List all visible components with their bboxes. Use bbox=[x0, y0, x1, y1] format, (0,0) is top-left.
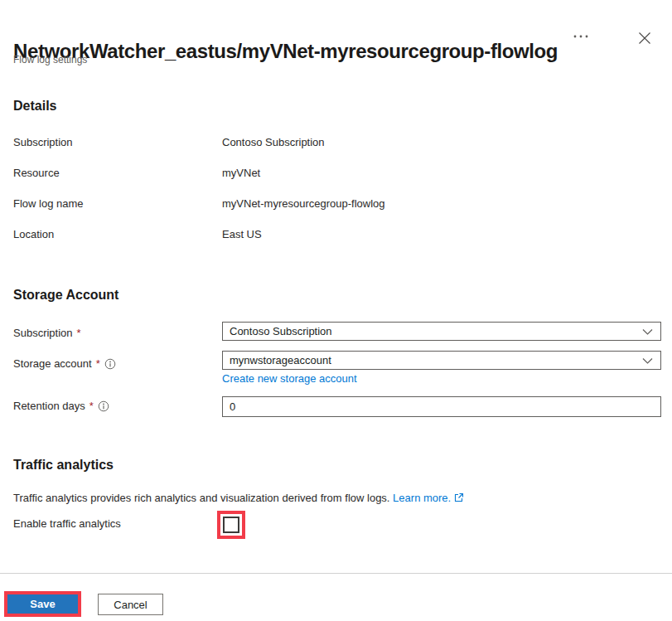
detail-label-flow-log-name: Flow log name bbox=[13, 197, 84, 210]
detail-value-resource: myVNet bbox=[222, 167, 260, 179]
page-subtitle: Flow log settings bbox=[13, 54, 87, 65]
detail-label-subscription: Subscription bbox=[13, 136, 73, 148]
chevron-down-icon bbox=[642, 328, 653, 336]
storage-account-select-value: mynwstorageaccount bbox=[230, 354, 331, 366]
retention-days-input[interactable] bbox=[222, 396, 661, 417]
close-button[interactable] bbox=[636, 30, 653, 46]
required-marker: * bbox=[77, 327, 81, 339]
footer-divider bbox=[0, 573, 672, 574]
traffic-analytics-heading: Traffic analytics bbox=[13, 458, 114, 473]
detail-value-flow-log-name: myVNet-myresourcegroup-flowlog bbox=[222, 197, 385, 210]
page-title: NetworkWatcher_eastus/myVNet-myresourceg… bbox=[13, 40, 558, 63]
detail-label-resource: Resource bbox=[13, 167, 60, 179]
detail-value-location: East US bbox=[222, 228, 262, 240]
storage-account-select[interactable]: mynwstorageaccount bbox=[222, 351, 661, 370]
flow-log-settings-panel: { "header": { "title": "NetworkWatcher_e… bbox=[0, 0, 672, 621]
subscription-select[interactable]: Contoso Subscription bbox=[222, 322, 661, 341]
required-marker: * bbox=[89, 400, 94, 412]
chevron-down-icon bbox=[642, 357, 653, 365]
detail-value-subscription: Contoso Subscription bbox=[222, 136, 325, 148]
annotation-highlight-save: Save bbox=[4, 591, 81, 617]
external-link-icon bbox=[454, 492, 464, 502]
close-icon bbox=[638, 32, 651, 45]
cancel-button[interactable]: Cancel bbox=[98, 594, 163, 615]
save-button[interactable]: Save bbox=[7, 594, 78, 614]
ellipsis-icon bbox=[572, 33, 590, 40]
enable-traffic-analytics-checkbox[interactable] bbox=[223, 517, 239, 533]
required-marker: * bbox=[96, 357, 100, 370]
retention-days-field-label: Retention days * bbox=[13, 400, 109, 412]
info-icon bbox=[104, 358, 116, 370]
subscription-select-value: Contoso Subscription bbox=[230, 325, 332, 337]
more-options-button[interactable] bbox=[570, 32, 592, 41]
detail-label-location: Location bbox=[13, 228, 54, 240]
storage-account-field-label: Storage account * bbox=[13, 357, 116, 370]
traffic-analytics-description: Traffic analytics provides rich analytic… bbox=[13, 492, 464, 504]
storage-account-heading: Storage Account bbox=[13, 288, 118, 303]
create-new-storage-account-link[interactable]: Create new storage account bbox=[222, 372, 357, 385]
info-icon bbox=[98, 400, 109, 412]
details-heading: Details bbox=[13, 99, 56, 114]
learn-more-link[interactable]: Learn more. bbox=[393, 492, 451, 504]
subscription-field-label: Subscription * bbox=[13, 327, 81, 339]
annotation-highlight-checkbox bbox=[217, 511, 245, 539]
enable-traffic-analytics-label: Enable traffic analytics bbox=[13, 517, 121, 530]
